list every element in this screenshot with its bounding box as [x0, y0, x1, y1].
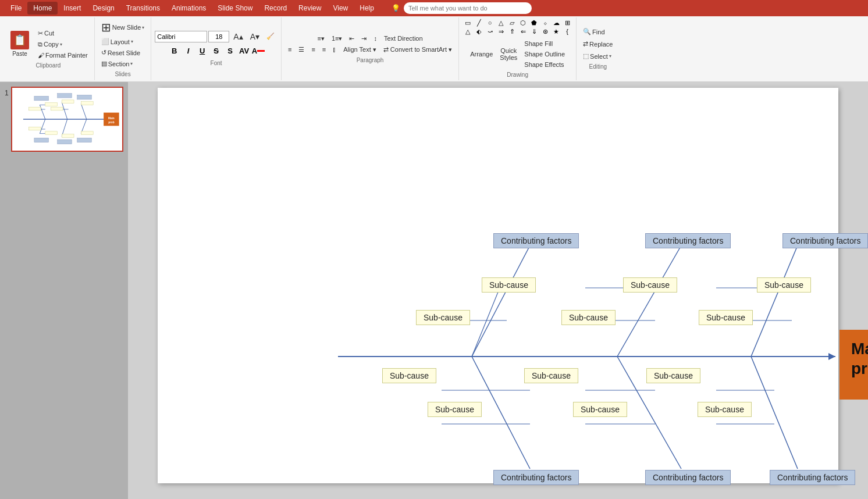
cf-bot-2[interactable]: Contributing factors	[645, 470, 731, 485]
cf-top-1[interactable]: Contributing factors	[493, 233, 579, 248]
line-spacing-button[interactable]: ↕	[371, 34, 380, 43]
svg-rect-27	[77, 95, 91, 99]
menu-help[interactable]: Help	[354, 2, 380, 15]
svg-rect-30	[77, 138, 91, 142]
sc-bot-1-2[interactable]: Sub-cause	[428, 402, 482, 417]
align-right-button[interactable]: ≡	[308, 45, 318, 54]
shape-b1[interactable]: ⬖	[474, 27, 484, 35]
numbering-button[interactable]: 1≡▾	[329, 34, 346, 44]
decrease-indent-button[interactable]: ⇤	[346, 34, 357, 44]
shape-b7[interactable]: ⊛	[540, 27, 550, 35]
cf-bot-3[interactable]: Contributing factors	[770, 470, 855, 485]
menu-insert[interactable]: Insert	[58, 2, 87, 15]
cut-button[interactable]: ✂ Cut	[35, 28, 91, 38]
font-color-button[interactable]: A	[252, 45, 265, 58]
new-slide-button[interactable]: ⊞ New Slide ▾	[98, 19, 148, 35]
convert-smartart-button[interactable]: ⇄ Convert to SmartArt ▾	[380, 45, 455, 55]
clear-format-button[interactable]: 🧹	[264, 31, 278, 41]
sc-top-3-2[interactable]: Sub-cause	[699, 310, 753, 325]
char-spacing-button[interactable]: AV	[238, 45, 251, 58]
align-left-button[interactable]: ≡	[285, 45, 294, 54]
menu-slideshow[interactable]: Slide Show	[212, 2, 258, 15]
sc-bot-3-2[interactable]: Sub-cause	[698, 402, 752, 417]
underline-button[interactable]: U	[196, 45, 209, 58]
layout-button[interactable]: ⬜ Layout ▾	[98, 37, 136, 47]
main-problem[interactable]: Main problem	[839, 330, 868, 400]
increase-font-button[interactable]: A▴	[230, 31, 246, 42]
find-button[interactable]: 🔍 Find	[580, 27, 616, 37]
cf-bot-1[interactable]: Contributing factors	[493, 470, 579, 485]
text-shadow-button[interactable]: S	[224, 45, 237, 58]
sc-bot-3-1[interactable]: Sub-cause	[646, 368, 700, 383]
quick-styles-button[interactable]: QuickStyles	[497, 46, 520, 62]
text-direction-button[interactable]: Text Direction	[381, 34, 426, 43]
sc-top-2-2[interactable]: Sub-cause	[561, 310, 616, 325]
decrease-font-button[interactable]: A▾	[247, 31, 262, 42]
justify-button[interactable]: ≡	[319, 45, 329, 54]
shape-b6[interactable]: ⇓	[529, 27, 539, 35]
menu-file[interactable]: File	[5, 2, 27, 15]
shape-fill-button[interactable]: Shape Fill	[521, 39, 568, 48]
sc-bot-1-1[interactable]: Sub-cause	[382, 368, 436, 383]
italic-button[interactable]: I	[182, 45, 195, 58]
bold-button[interactable]: B	[168, 45, 181, 58]
shape-rect[interactable]: ▭	[463, 19, 473, 27]
font-name-input[interactable]	[155, 31, 207, 42]
font-size-input[interactable]	[208, 31, 229, 42]
shape-r3[interactable]: ⬟	[529, 19, 539, 27]
shape-circle[interactable]: ○	[485, 19, 495, 27]
menu-home[interactable]: Home	[27, 2, 58, 15]
align-center-button[interactable]: ☰	[296, 45, 307, 55]
paste-button[interactable]: 📋 Paste	[6, 30, 34, 58]
strikethrough-button[interactable]: S	[210, 45, 223, 58]
slide-canvas: Contributing factors Contributing factor…	[158, 88, 838, 483]
cf-top-2[interactable]: Contributing factors	[645, 233, 731, 248]
format-painter-button[interactable]: 🖌 Format Painter	[35, 51, 91, 60]
section-button[interactable]: ▤ Section ▾	[98, 59, 136, 69]
arrange-button[interactable]: Arrange	[467, 49, 496, 59]
menu-record[interactable]: Record	[258, 2, 293, 15]
replace-button[interactable]: ⇄ Replace	[580, 39, 616, 49]
shape-tri[interactable]: △	[496, 19, 506, 27]
shape-effects-button[interactable]: Shape Effects	[521, 60, 568, 69]
menu-design[interactable]: Design	[87, 2, 120, 15]
slide-thumbnail[interactable]: Main prob	[11, 87, 123, 152]
reset-slide-button[interactable]: ↺ Reset Slide	[98, 48, 143, 58]
shape-b9[interactable]: {	[562, 27, 572, 35]
svg-line-45	[751, 245, 798, 357]
sc-top-2-1[interactable]: Sub-cause	[623, 277, 677, 293]
menu-animations[interactable]: Animations	[166, 2, 212, 15]
sc-bot-2-2[interactable]: Sub-cause	[573, 402, 627, 417]
shape-b2[interactable]: ⤻	[485, 27, 495, 35]
shape-more[interactable]: ⊞	[562, 19, 572, 27]
copy-button[interactable]: ⧉ Copy ▾	[35, 40, 91, 49]
shape-r1[interactable]: ▱	[507, 19, 517, 27]
menu-transitions[interactable]: Transitions	[120, 2, 166, 15]
shape-line[interactable]: ╱	[474, 19, 484, 27]
shape-r2[interactable]: ⬡	[518, 19, 528, 27]
sc-bot-2-1[interactable]: Sub-cause	[524, 368, 578, 383]
shape-b8[interactable]: ★	[551, 27, 561, 35]
svg-text:prob: prob	[108, 121, 115, 124]
sc-top-1-2[interactable]: Sub-cause	[416, 310, 470, 325]
shape-b5[interactable]: ⇐	[518, 27, 528, 35]
menu-review[interactable]: Review	[293, 2, 327, 15]
shape-outline-button[interactable]: Shape Outline	[521, 49, 568, 59]
increase-indent-button[interactable]: ⇥	[358, 34, 369, 44]
shape-r4[interactable]: ⬦	[540, 19, 550, 27]
sc-top-1-1[interactable]: Sub-cause	[482, 277, 536, 293]
cf-top-3[interactable]: Contributing factors	[782, 233, 868, 248]
menu-view[interactable]: View	[327, 2, 354, 15]
search-input[interactable]	[404, 2, 532, 14]
col-button[interactable]: ⫿	[330, 45, 339, 54]
canvas-area[interactable]: Contributing factors Contributing factor…	[128, 82, 868, 499]
sc-top-3-1[interactable]: Sub-cause	[757, 277, 811, 293]
align-text-button[interactable]: Align Text ▾	[340, 45, 379, 55]
slide-number: 1	[5, 89, 9, 97]
shape-r5[interactable]: ☁	[551, 19, 561, 27]
shape-b4[interactable]: ⇑	[507, 27, 517, 35]
shape-arrow[interactable]: △	[463, 27, 473, 35]
shape-b3[interactable]: ⇒	[496, 27, 506, 35]
select-button[interactable]: ⬚ Select ▾	[580, 51, 616, 61]
bullets-button[interactable]: ≡▾	[314, 34, 327, 44]
